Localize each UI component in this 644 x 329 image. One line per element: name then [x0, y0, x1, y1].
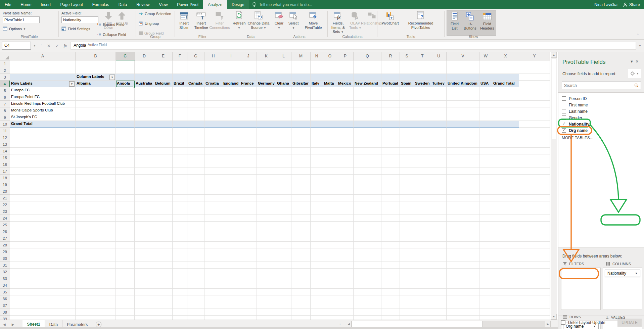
cell-F35[interactable]	[173, 289, 187, 295]
cell-B37[interactable]	[76, 302, 116, 309]
cell-F15[interactable]	[173, 154, 187, 161]
cell-X30[interactable]	[492, 255, 519, 262]
cell-W34[interactable]	[479, 282, 492, 289]
row-header-8[interactable]: 8	[0, 107, 10, 114]
cell-V36[interactable]	[447, 295, 479, 302]
cell-E35[interactable]	[154, 289, 173, 295]
cell-M22[interactable]	[291, 201, 311, 208]
cell-B6[interactable]	[76, 94, 116, 101]
cell-D31[interactable]	[135, 262, 154, 269]
cell-I39[interactable]	[222, 316, 240, 320]
cell-V3[interactable]	[447, 74, 479, 81]
cell-W8[interactable]	[479, 107, 492, 114]
cell-X35[interactable]	[492, 289, 519, 295]
cell-I1[interactable]	[222, 60, 240, 67]
cell-F16[interactable]	[173, 161, 187, 168]
cell-H27[interactable]	[204, 235, 222, 242]
cell-A24[interactable]	[10, 215, 76, 222]
cell-S34[interactable]	[400, 282, 414, 289]
cell-B1[interactable]	[76, 60, 116, 67]
cell-T32[interactable]	[414, 269, 431, 275]
cell-B32[interactable]	[76, 269, 116, 275]
cell-I22[interactable]	[222, 201, 240, 208]
cell-P17[interactable]	[337, 168, 354, 175]
cell-S5[interactable]	[400, 87, 414, 94]
cell-F21[interactable]	[173, 195, 187, 201]
cell-B23[interactable]	[76, 208, 116, 215]
cell-T26[interactable]	[414, 228, 431, 235]
cell-U14[interactable]	[431, 148, 447, 154]
cell-S31[interactable]	[400, 262, 414, 269]
cell-E25[interactable]	[154, 222, 173, 228]
cell-L1[interactable]	[276, 60, 291, 67]
cell-J31[interactable]	[240, 262, 257, 269]
cell-O17[interactable]	[323, 168, 337, 175]
column-header-H[interactable]: H	[204, 52, 222, 60]
cell-L9[interactable]	[276, 114, 291, 121]
cell-V38[interactable]	[447, 309, 479, 316]
cell-M20[interactable]	[291, 188, 311, 195]
cell-U22[interactable]	[431, 201, 447, 208]
cell-T17[interactable]	[414, 168, 431, 175]
cell-R3[interactable]	[381, 74, 400, 81]
cell-B27[interactable]	[76, 235, 116, 242]
cell-G5[interactable]	[187, 87, 204, 94]
cell-S22[interactable]	[400, 201, 414, 208]
cell-R9[interactable]	[381, 114, 400, 121]
cell-H6[interactable]	[204, 94, 222, 101]
cell-T7[interactable]	[414, 101, 431, 107]
cell-R29[interactable]	[381, 248, 400, 255]
cell-C3[interactable]	[116, 74, 135, 81]
cell-S2[interactable]	[400, 67, 414, 74]
cell-T25[interactable]	[414, 222, 431, 228]
cell-K2[interactable]	[257, 67, 276, 74]
cell-N33[interactable]	[311, 275, 323, 282]
cell-I20[interactable]	[222, 188, 240, 195]
cell-W29[interactable]	[479, 248, 492, 255]
cell-P21[interactable]	[337, 195, 354, 201]
cell-K25[interactable]	[257, 222, 276, 228]
cell-P39[interactable]	[337, 316, 354, 320]
cell-N31[interactable]	[311, 262, 323, 269]
cell-R20[interactable]	[381, 188, 400, 195]
pane-splitter-dots[interactable]: ⋮	[338, 321, 342, 325]
cell-Q1[interactable]	[354, 60, 381, 67]
cell-N30[interactable]	[311, 255, 323, 262]
cell-L8[interactable]	[276, 107, 291, 114]
cell-D30[interactable]	[135, 255, 154, 262]
tab-page-layout[interactable]: Page Layout	[55, 0, 87, 9]
cell-T15[interactable]	[414, 154, 431, 161]
cell-N4[interactable]: Italy	[311, 81, 323, 87]
cell-H18[interactable]	[204, 175, 222, 181]
cell-F9[interactable]	[173, 114, 187, 121]
cell-W19[interactable]	[479, 181, 492, 188]
cell-T8[interactable]	[414, 107, 431, 114]
cell-U25[interactable]	[431, 222, 447, 228]
row-header-26[interactable]: 26	[0, 228, 10, 235]
cell-P8[interactable]	[337, 107, 354, 114]
cell-D24[interactable]	[135, 215, 154, 222]
cell-X34[interactable]	[492, 282, 519, 289]
cell-V39[interactable]	[447, 316, 479, 320]
cell-T14[interactable]	[414, 148, 431, 154]
cell-C21[interactable]	[116, 195, 135, 201]
row-header-36[interactable]: 36	[0, 295, 10, 302]
cell-O21[interactable]	[323, 195, 337, 201]
cell-E22[interactable]	[154, 201, 173, 208]
cell-I17[interactable]	[222, 168, 240, 175]
cell-O30[interactable]	[323, 255, 337, 262]
more-tables-link[interactable]: MORE TABLES...	[562, 136, 644, 140]
cell-O8[interactable]	[323, 107, 337, 114]
insert-slicer-button[interactable]: Insert Slicer	[176, 10, 192, 30]
cell-A3[interactable]	[10, 74, 76, 81]
cell-R15[interactable]	[381, 154, 400, 161]
cell-P33[interactable]	[337, 275, 354, 282]
collapse-ribbon-icon[interactable]: ⌃	[637, 33, 639, 37]
cell-H9[interactable]	[204, 114, 222, 121]
cell-S23[interactable]	[400, 208, 414, 215]
drill-down-button[interactable]: Drill Down	[102, 10, 115, 30]
cell-L21[interactable]	[276, 195, 291, 201]
cell-A25[interactable]	[10, 222, 76, 228]
cell-C13[interactable]	[116, 141, 135, 148]
row-header-3[interactable]: 3	[0, 74, 10, 81]
